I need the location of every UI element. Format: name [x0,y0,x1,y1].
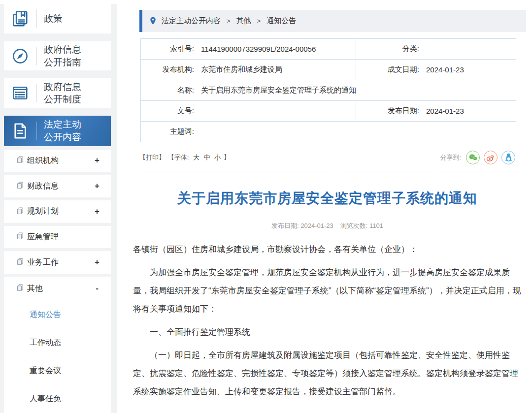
breadcrumb-separator: > [227,17,231,25]
list-document-icon [4,84,36,102]
sidebar-item-emergency[interactable]: 应急管理 [4,226,111,249]
category-label: 分类: [356,44,419,54]
sidebar-item-label: 政策 [37,12,86,25]
location-pin-icon [149,16,157,26]
publish-date-value: 2024-01-23 [419,107,516,115]
paragraph: 一、全面推行鉴定管理系统 [133,323,522,341]
keywords-label: 主题词: [141,127,194,136]
font-size-large-button[interactable]: 大 [193,154,200,161]
menu-item-label: 业务工作 [27,257,59,268]
table-row: 名称: 关于启用东莞市房屋安全鉴定管理子系统的通知 [141,80,516,101]
collapse-icon[interactable]: - [94,284,100,293]
pages-icon [17,182,24,191]
expand-icon[interactable]: + [94,181,100,191]
index-number-value: 11441900007329909L/2024-00056 [194,45,356,53]
written-date-label: 成文日期: [356,65,419,74]
pages-icon [17,284,24,293]
compass-icon [4,47,36,65]
sidebar-item-finance[interactable]: 财政信息 + [4,175,111,197]
expand-icon[interactable]: + [94,207,100,217]
sidebar-item-info-guide[interactable]: 政府信息公开指南 [4,41,111,71]
document-icon [4,122,36,140]
title-label: 名称: [141,86,194,95]
breadcrumb-separator: > [257,17,261,25]
sidebar-subitem-work-updates[interactable]: 工作动态 [4,329,111,357]
main-content: 法定主动公开内容 > 其他 > 通知公告 索引号: 11441900007329… [117,0,532,413]
view-count: 1101 [369,222,383,229]
view-count-label: 浏览次数: [340,222,368,229]
issuing-agency-value: 东莞市住房和城乡建设局 [194,65,356,74]
page: 政策 政府信息公开指南 政府信息公开制度 [0,0,532,413]
document-meta-table: 索引号: 11441900007329909L/2024-00056 分类: 发… [140,38,516,142]
sidebar-item-label: 政府信息公开制度 [37,81,86,106]
wechat-share-icon[interactable] [466,151,480,164]
sidebar-item-organization[interactable]: 组织机构 + [4,150,111,172]
table-row: 文号: 发布日期: 2024-01-23 [141,101,516,122]
menu-item-label: 应急管理 [27,232,59,242]
written-date-value: 2024-01-23 [419,65,516,74]
sidebar-item-others: 其他 - 通知公告 工作动态 重要会议 人事任免 [4,277,111,413]
sidebar-subitem-important-meetings[interactable]: 重要会议 [4,357,111,385]
table-row: 索引号: 11441900007329909L/2024-00056 分类: [141,39,516,60]
pages-icon [17,156,24,165]
book-icon [4,9,36,28]
sidebar-item-label: 法定主动公开内容 [37,118,86,143]
sidebar-item-planning[interactable]: 规划计划 + [4,200,111,223]
sidebar-item-business[interactable]: 业务工作 + [4,251,111,274]
pages-icon [17,232,24,241]
article-meta: 发布日期: 2024-01-23 浏览次数: 1101 [139,222,515,230]
breadcrumb-item[interactable]: 其他 [236,16,251,26]
issuing-agency-label: 发布机构: [141,65,194,74]
qq-share-icon[interactable] [501,151,515,164]
font-size-label: 【字体: [168,154,189,161]
index-number-label: 索引号: [141,44,194,54]
paragraph: 为加强全市房屋安全鉴定管理，规范房屋安全鉴定机构从业行为，进一步提高房屋安全鉴定… [133,263,522,318]
font-size-small-button[interactable]: 小 [214,154,221,161]
paragraph: 各镇街（园区）住房和城乡建设局，市勘察设计协会，各有关单位（企业）： [133,240,522,258]
pages-icon [17,207,24,216]
breadcrumb: 法定主动公开内容 > 其他 > 通知公告 [139,10,526,32]
sidebar-item-info-system[interactable]: 政府信息公开制度 [4,78,111,108]
expand-icon[interactable]: + [94,156,100,165]
table-row: 主题词: [141,122,516,142]
table-row: 发布机构: 东莞市住房和城乡建设局 成文日期: 2024-01-23 [141,60,516,80]
page-title: 关于启用东莞市房屋安全鉴定管理子系统的通知 [139,189,515,208]
sidebar-subitem-personnel[interactable]: 人事任免 [4,385,111,413]
article: 关于启用东莞市房屋安全鉴定管理子系统的通知 发布日期: 2024-01-23 浏… [139,189,515,401]
share-label: 分享到: [440,153,461,162]
doc-number-label: 文号: [141,106,194,116]
breadcrumb-item[interactable]: 法定主动公开内容 [162,16,221,26]
title-value: 关于启用东莞市房屋安全鉴定管理子系统的通知 [194,86,516,95]
tools-row: 【打印】 【字体: 大 中 小 】 分享到: [139,151,515,164]
font-size-medium-button[interactable]: 中 [204,154,210,161]
expand-icon[interactable]: + [94,257,100,267]
publish-date: 2024-01-23 [300,222,333,229]
font-size-label-close: 】 [224,154,230,161]
publish-date-label: 发布日期: [356,106,419,116]
article-body: 各镇街（园区）住房和城乡建设局，市勘察设计协会，各有关单位（企业）： 为加强全市… [133,240,522,401]
sidebar-item-legal-disclosure[interactable]: 法定主动公开内容 [4,116,111,146]
menu-item-label: 其他 [27,284,43,294]
publish-date-label: 发布日期: [271,222,299,229]
breadcrumb-item[interactable]: 通知公告 [266,16,296,26]
sidebar: 政策 政府信息公开指南 政府信息公开制度 [0,0,117,413]
sidebar-item-label: 政府信息公开指南 [37,43,86,68]
sidebar-item-others-header[interactable]: 其他 - [4,277,111,301]
menu-item-label: 组织机构 [27,156,59,166]
menu-item-label: 财政信息 [27,181,59,191]
share-box: 分享到: [440,151,515,164]
sidebar-item-policy[interactable]: 政策 [4,4,111,33]
divider [139,172,523,172]
menu-item-label: 规划计划 [27,206,59,217]
pages-icon [17,258,24,267]
weibo-share-icon[interactable] [484,151,498,164]
print-button[interactable]: 【打印】 [139,154,165,161]
paragraph: （一）即日起，全市所有房屋建筑及附属设施鉴定项目（包括可靠性鉴定、安全性鉴定、使… [133,346,522,401]
sidebar-subitem-notices[interactable]: 通知公告 [4,301,111,329]
